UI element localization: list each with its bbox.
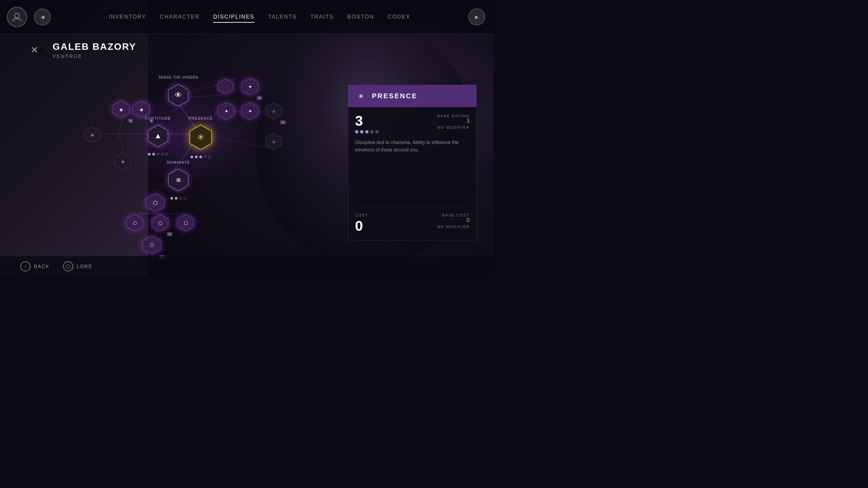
dominate-sub-1[interactable]: ⬡ [145, 192, 165, 213]
tab-talents[interactable]: TALENTS [268, 12, 297, 22]
sense-unseen-label: SENSE THE UNSEEN [159, 76, 198, 79]
rating-dot-5 [375, 130, 379, 134]
next-icon: ▶ [475, 14, 479, 20]
svg-marker-28 [218, 79, 233, 94]
rating-dot-1 [355, 130, 358, 134]
base-cost-label: BASE COST [437, 213, 470, 217]
rating-number: 3 [355, 114, 379, 128]
cost-label: COST [355, 213, 368, 217]
right-node-3[interactable]: ◈ IV [264, 102, 283, 120]
cost-right: BASE COST 0 No modifier [437, 213, 470, 229]
back-label: BACK [34, 264, 50, 269]
close-icon: ✕ [38, 47, 43, 53]
detail-panel: ✳ PRESENCE 3 BASE RATING 3 No modifier [348, 85, 477, 240]
panel-rating: 3 BASE RATING 3 No modifier [355, 114, 470, 134]
left-lower-node[interactable]: ◈ [114, 152, 132, 170]
back-button[interactable]: ○ BACK [20, 261, 50, 271]
left-upper-node-2[interactable]: ◈ II [132, 100, 151, 119]
lore-label: LORE [77, 264, 92, 269]
presence-dots [191, 156, 211, 158]
cost-left: COST 0 [355, 213, 368, 233]
presence-node-label: PRESENCE [189, 116, 213, 120]
rating-dot-2 [360, 130, 363, 134]
nav-right-controls: ▶ [467, 8, 487, 25]
character-avatar [7, 7, 27, 27]
panel-title: PRESENCE [372, 92, 417, 100]
top-navigation: ◀ INVENTORY CHARACTER DISCIPLINES TALENT… [0, 0, 494, 34]
skill-tree: 👁 SENSE THE UNSEEN ▲ FORTITUDE ✳ PRESEN [34, 68, 339, 264]
svg-rect-0 [15, 13, 19, 18]
close-button[interactable]: ✕ [27, 41, 46, 59]
lore-icon: ⬡ [63, 261, 73, 271]
presence-node[interactable]: ✳ PRESENCE [187, 124, 214, 151]
tab-character[interactable]: CHARACTER [160, 12, 200, 22]
back-icon: ○ [20, 261, 31, 271]
tab-boston[interactable]: BOSTON [347, 12, 374, 22]
dominate-sub-5[interactable]: ⬡ IV [142, 235, 162, 255]
character-details: GALEB BAZORY VENTRUE [53, 41, 136, 59]
dominate-label: DOMINATE [166, 160, 190, 164]
cost-number: 0 [355, 219, 368, 233]
character-name: GALEB BAZORY [53, 41, 136, 52]
base-cost-value: 0 [437, 217, 470, 223]
upper-right-node[interactable]: ✦ III [241, 77, 259, 96]
prev-icon: ◀ [41, 14, 44, 20]
rating-right: BASE RATING 3 No modifier [437, 114, 470, 129]
bottom-bar: ○ BACK ⬡ LORE [0, 256, 494, 277]
panel-icon: ✳ [355, 90, 367, 102]
panel-body: 3 BASE RATING 3 No modifier Discipline t… [348, 107, 476, 240]
prev-nav-button[interactable]: ◀ [34, 8, 51, 25]
rating-dot-3 [365, 130, 369, 134]
panel-cost: COST 0 BASE COST 0 No modifier [355, 213, 470, 233]
character-info: ✕ GALEB BAZORY VENTRUE [27, 41, 136, 59]
tab-traits[interactable]: TRAITS [310, 12, 334, 22]
left-upper-node-1[interactable]: ◈ III [112, 100, 131, 119]
cost-modifier-label: No modifier [437, 225, 470, 229]
base-rating-value: 3 [437, 118, 470, 124]
dominate-sub-2[interactable]: ⬡ [125, 214, 144, 232]
rating-dots [355, 130, 379, 134]
tab-codex[interactable]: CODEX [388, 12, 411, 22]
tab-inventory[interactable]: INVENTORY [109, 12, 146, 22]
lore-button[interactable]: ⬡ LORE [63, 261, 92, 271]
fortitude-node[interactable]: ▲ FORTITUDE [146, 124, 170, 148]
dominate-sub-4[interactable]: ⬡ [176, 214, 195, 232]
rating-left: 3 [355, 114, 379, 134]
panel-description: Discipline tied to charisma. Ability to … [355, 139, 470, 206]
rating-modifier-label: No modifier [437, 125, 470, 129]
nav-tabs: INVENTORY CHARACTER DISCIPLINES TALENTS … [53, 12, 467, 22]
right-middle-node[interactable]: ◈ [264, 132, 283, 151]
panel-header: ✳ PRESENCE [348, 85, 476, 107]
right-node-2[interactable]: ✦ [241, 102, 259, 120]
right-node-1[interactable]: ✦ [217, 102, 236, 120]
fortitude-dots [148, 153, 168, 156]
next-nav-button[interactable]: ▶ [468, 8, 485, 25]
tab-disciplines[interactable]: DISCIPLINES [213, 12, 255, 22]
rating-dot-4 [370, 130, 374, 134]
character-class: VENTRUE [53, 54, 136, 59]
dominate-node[interactable]: ⊗ DOMINATE [166, 168, 191, 192]
dominate-dots [171, 197, 186, 200]
far-left-node[interactable]: ◈ [83, 125, 102, 144]
base-rating-label: BASE RATING [437, 114, 470, 118]
dominate-sub-3[interactable]: ⬡ III [151, 214, 170, 232]
sense-unseen-node[interactable]: 👁 SENSE THE UNSEEN [166, 83, 191, 107]
